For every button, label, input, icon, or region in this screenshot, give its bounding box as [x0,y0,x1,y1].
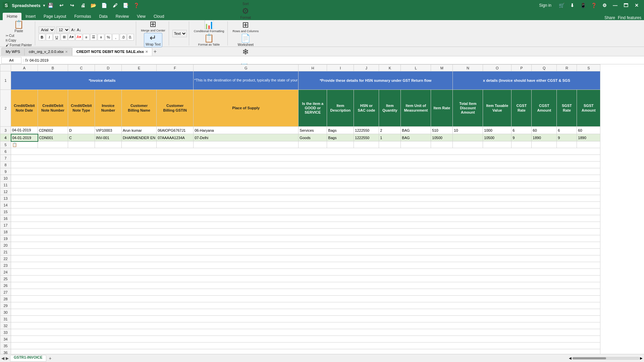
restore-icon[interactable]: 🗖 [621,1,631,10]
new-icon[interactable]: 📄 [100,1,109,10]
font-color-button[interactable]: A▾ [75,34,82,41]
row-header-34[interactable]: 34 [0,336,11,343]
col-header-A[interactable]: A [11,65,38,71]
row-header-32[interactable]: 32 [0,322,11,329]
cell-P4[interactable]: 9 [512,134,532,141]
phone-icon[interactable]: 📱 [578,1,588,10]
settings-icon2[interactable]: ⚙ [600,1,609,10]
horizontal-scrollbar-thumb[interactable] [573,357,606,359]
cell-M5[interactable] [431,141,453,148]
cell-J3[interactable]: 1222550 [354,127,379,134]
cell-P3[interactable]: 6 [512,127,532,134]
empty-row-15[interactable] [11,208,600,215]
tab-view[interactable]: View [133,13,150,20]
cut-button[interactable]: ✂ Cut [5,34,33,38]
tab-page-layout[interactable]: Page Layout [40,13,70,20]
col-header-F[interactable]: F [157,65,194,71]
empty-row-33[interactable] [11,329,600,336]
undo-icon[interactable]: ↩ [57,1,66,10]
col-header-C[interactable]: C [68,65,95,71]
col-header-S[interactable]: S [577,65,600,71]
row-header-35[interactable]: 35 [0,343,11,349]
pdf-icon[interactable]: 📑 [121,1,130,10]
row-header-18[interactable]: 18 [0,229,11,235]
col-header-I[interactable]: I [327,65,354,71]
redo-icon[interactable]: ↪ [67,1,77,10]
font-size-select[interactable]: 12 [56,26,70,33]
find-features-button[interactable]: Find features [618,15,641,20]
row-header-25[interactable]: 25 [0,276,11,282]
cell-F5[interactable] [157,141,194,148]
row-header-28[interactable]: 28 [0,296,11,302]
close-creditnote-tab-icon[interactable]: ✕ [145,50,148,54]
row-header-36[interactable]: 36 [0,349,11,354]
open-icon[interactable]: 📂 [89,1,98,10]
empty-row-11[interactable] [11,182,600,188]
row-header-26[interactable]: 26 [0,282,11,289]
cell-G4[interactable]: 07-Delhi [194,134,299,141]
paste-button[interactable]: 📋 Paste [12,20,25,34]
row-header-16[interactable]: 16 [0,215,11,222]
cell-R4[interactable]: 9 [557,134,577,141]
row-header-24[interactable]: 24 [0,269,11,276]
cell-E5[interactable] [122,141,157,148]
cell-H3[interactable]: Services [299,127,327,134]
cell-C4[interactable]: C [68,134,95,141]
close-icon[interactable]: ✕ [632,1,641,10]
col-header-J[interactable]: J [354,65,379,71]
row-header-23[interactable]: 23 [0,262,11,269]
cell-B3[interactable]: CDN002 [38,127,68,134]
empty-row-26[interactable] [11,282,600,289]
cell-C5[interactable] [68,141,95,148]
cell-F3[interactable]: 06AIOPG6767J1 [157,127,194,134]
add-sheet-button[interactable]: + [48,356,53,361]
align-left-button[interactable]: ≡ [83,34,90,41]
row-header-19[interactable]: 19 [0,235,11,242]
row-header-20[interactable]: 20 [0,242,11,249]
cell-Q4[interactable]: 1890 [532,134,557,141]
row-header-30[interactable]: 30 [0,309,11,316]
empty-row-18[interactable] [11,229,600,235]
empty-row-29[interactable] [11,302,600,309]
file-tab-mywps[interactable]: My WPS [1,48,24,56]
cell-L3[interactable]: BAG [401,127,431,134]
empty-row-35[interactable] [11,343,600,349]
font-name-select[interactable]: Arial [39,26,55,33]
empty-row-16[interactable] [11,215,600,222]
cart-icon[interactable]: 🛒 [557,1,566,10]
tab-data[interactable]: Data [95,13,111,20]
empty-row-25[interactable] [11,276,600,282]
empty-row-8[interactable] [11,162,600,168]
cell-K3[interactable]: 2 [379,127,401,134]
cell-O5[interactable] [483,141,512,148]
cell-M3[interactable]: 510 [431,127,453,134]
cell-D5[interactable] [95,141,122,148]
empty-row-34[interactable] [11,336,600,343]
empty-row-6[interactable] [11,148,600,155]
title-bar-dropdown-icon[interactable]: ▼ [43,4,46,7]
file-tab-credit-note[interactable]: CREDIT NOTE DEBIT NOTE SALE.xlsx ✕ [72,48,152,56]
merge-center-button[interactable]: ⊞ Merge and Center [140,19,167,33]
cell-H4[interactable]: Goods [299,134,327,141]
cell-I4[interactable]: Bags [327,134,354,141]
minimize-icon[interactable]: — [610,1,620,10]
sheet-nav-prev-icon[interactable]: ◀ [1,356,4,361]
underline-button[interactable]: U [53,34,60,41]
col-header-L[interactable]: L [401,65,431,71]
empty-row-23[interactable] [11,262,600,269]
row-header-14[interactable]: 14 [0,202,11,208]
empty-row-14[interactable] [11,202,600,208]
empty-row-10[interactable] [11,175,600,182]
row-header-5[interactable]: 5 [0,141,11,148]
empty-row-19[interactable] [11,235,600,242]
cell-A3[interactable]: 04-01-2019 [11,127,38,134]
cell-P5[interactable] [512,141,532,148]
empty-row-30[interactable] [11,309,600,316]
border-button[interactable]: ⊞ [61,34,67,41]
cell-D3[interactable]: VIP10003 [95,127,122,134]
row-header-3[interactable]: 3 [0,127,11,134]
col-header-B[interactable]: B [38,65,68,71]
row-header-31[interactable]: 31 [0,316,11,322]
cell-C3[interactable]: D [68,127,95,134]
col-header-E[interactable]: E [122,65,157,71]
